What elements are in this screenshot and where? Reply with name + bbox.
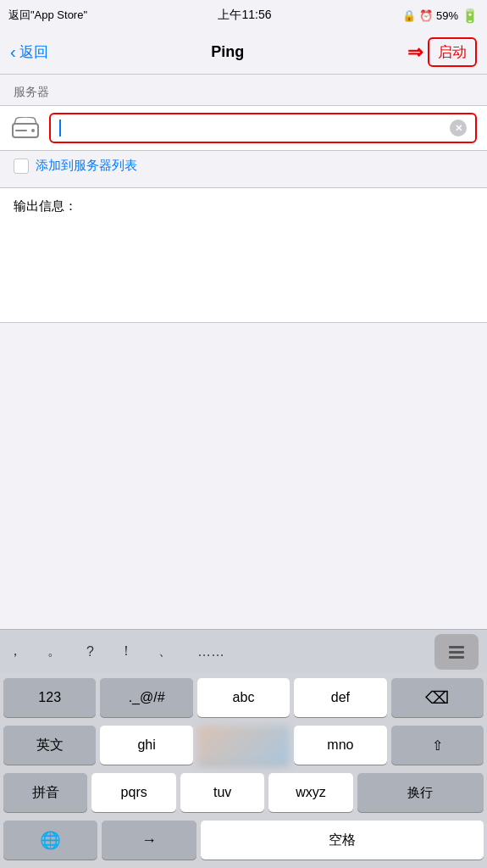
suggestion-period[interactable]: 。 bbox=[47, 643, 61, 660]
suggestion-pause[interactable]: 、 bbox=[158, 643, 172, 660]
kb-row-2: 英文 ghi mno ⇧ bbox=[0, 721, 487, 768]
page-title: Ping bbox=[211, 43, 244, 61]
clear-input-button[interactable] bbox=[450, 120, 467, 136]
suggestion-dismiss-button[interactable] bbox=[434, 634, 479, 670]
status-bar-left: 返回"App Store" bbox=[8, 8, 87, 23]
svg-point-1 bbox=[31, 129, 35, 132]
server-section-label: 服务器 bbox=[0, 75, 487, 105]
svg-rect-3 bbox=[449, 646, 464, 648]
add-to-list-checkbox[interactable] bbox=[14, 159, 29, 174]
battery-level: 59% bbox=[436, 9, 458, 22]
suggestion-question[interactable]: ? bbox=[86, 644, 94, 659]
key-123[interactable]: 123 bbox=[3, 678, 96, 717]
key-ghi[interactable]: ghi bbox=[100, 726, 192, 765]
key-abc[interactable]: abc bbox=[197, 678, 290, 717]
kb-row-3: 拼音 pqrs tuv wxyz 换行 bbox=[0, 768, 487, 815]
key-def[interactable]: def bbox=[294, 678, 386, 717]
kb-row-4: 🌐 → 空格 bbox=[0, 815, 487, 868]
status-bar-right: 🔒 ⏰ 59% 🔋 bbox=[402, 8, 479, 24]
shift-key[interactable]: ⇧ bbox=[391, 726, 484, 765]
keyboard: ， 。 ? ！ 、 …… 123 ._@/# abc def ⌫ 英文 ghi … bbox=[0, 629, 487, 868]
kb-row-1: 123 ._@/# abc def ⌫ bbox=[0, 673, 487, 721]
start-wrapper: ⇒ 启动 bbox=[407, 37, 477, 67]
start-button[interactable]: 启动 bbox=[428, 37, 477, 67]
arrow-key[interactable]: → bbox=[102, 821, 196, 860]
nav-bar: ‹ 返回 Ping ⇒ 启动 bbox=[0, 31, 487, 75]
key-english[interactable]: 英文 bbox=[3, 726, 96, 765]
globe-key[interactable]: 🌐 bbox=[3, 821, 97, 860]
suggestion-exclaim[interactable]: ！ bbox=[119, 643, 133, 660]
add-to-list-row: 添加到服务器列表 bbox=[0, 151, 487, 181]
delete-key[interactable]: ⌫ bbox=[391, 678, 484, 717]
back-label: 返回 bbox=[19, 42, 48, 62]
key-pqrs[interactable]: pqrs bbox=[91, 773, 175, 812]
back-to-appstore: 返回"App Store" bbox=[8, 8, 87, 23]
output-section: 输出信息： bbox=[0, 187, 487, 323]
svg-rect-4 bbox=[449, 651, 464, 654]
suggestion-ellipsis[interactable]: …… bbox=[197, 644, 224, 659]
add-to-list-label: 添加到服务器列表 bbox=[36, 158, 137, 174]
alarm-icon: ⏰ bbox=[419, 9, 433, 22]
status-bar: 返回"App Store" 上午11:56 🔒 ⏰ 59% 🔋 bbox=[0, 0, 487, 31]
suggestion-comma[interactable]: ， bbox=[8, 643, 22, 660]
key-mno[interactable]: mno bbox=[294, 726, 386, 765]
key-symbols[interactable]: ._@/# bbox=[100, 678, 192, 717]
svg-rect-5 bbox=[449, 656, 464, 659]
space-key[interactable]: 空格 bbox=[201, 821, 484, 860]
server-icon bbox=[10, 116, 41, 140]
enter-key[interactable]: 换行 bbox=[357, 773, 484, 812]
battery-icon: 🔋 bbox=[462, 8, 479, 24]
content-area: 服务器 添加到服务器列表 输出信息： bbox=[0, 75, 487, 323]
status-bar-time: 上午11:56 bbox=[218, 8, 271, 23]
lock-icon: 🔒 bbox=[402, 9, 416, 22]
server-input-wrapper[interactable] bbox=[49, 113, 477, 143]
chevron-left-icon: ‹ bbox=[10, 42, 16, 62]
suggestion-items: ， 。 ? ！ 、 …… bbox=[8, 643, 434, 660]
back-button[interactable]: ‹ 返回 bbox=[10, 42, 48, 62]
key-tuv[interactable]: tuv bbox=[180, 773, 264, 812]
key-pinyin[interactable]: 拼音 bbox=[3, 773, 87, 812]
key-ikl-blurred[interactable] bbox=[197, 726, 290, 765]
output-label: 输出信息： bbox=[14, 198, 473, 214]
server-row bbox=[0, 105, 487, 151]
key-wxyz[interactable]: wxyz bbox=[268, 773, 352, 812]
suggestion-bar: ， 。 ? ！ 、 …… bbox=[0, 629, 487, 673]
arrow-right-icon: ⇒ bbox=[407, 42, 423, 64]
